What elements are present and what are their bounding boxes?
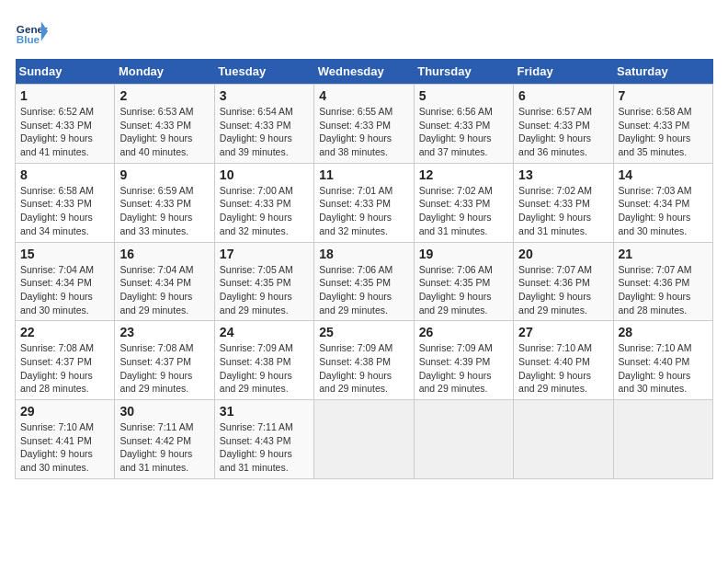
calendar-empty-cell xyxy=(314,400,414,479)
calendar-week-row: 22Sunrise: 7:08 AMSunset: 4:37 PMDayligh… xyxy=(16,321,713,400)
calendar-day-10: 10Sunrise: 7:00 AMSunset: 4:33 PMDayligh… xyxy=(214,163,313,242)
day-number: 16 xyxy=(119,247,209,261)
calendar-table: SundayMondayTuesdayWednesdayThursdayFrid… xyxy=(15,59,713,479)
calendar-week-row: 15Sunrise: 7:04 AMSunset: 4:34 PMDayligh… xyxy=(16,242,713,321)
day-number: 1 xyxy=(20,88,109,103)
day-detail: Sunrise: 7:07 AMSunset: 4:36 PMDaylight:… xyxy=(619,264,692,316)
header: General Blue xyxy=(15,15,713,48)
day-detail: Sunrise: 6:57 AMSunset: 4:33 PMDaylight:… xyxy=(518,106,592,157)
day-detail: Sunrise: 6:58 AMSunset: 4:33 PMDaylight:… xyxy=(619,106,692,157)
day-number: 29 xyxy=(20,404,109,419)
calendar-day-18: 18Sunrise: 7:06 AMSunset: 4:35 PMDayligh… xyxy=(314,242,414,321)
calendar-day-21: 21Sunrise: 7:07 AMSunset: 4:36 PMDayligh… xyxy=(613,242,712,321)
calendar-day-13: 13Sunrise: 7:02 AMSunset: 4:33 PMDayligh… xyxy=(514,163,613,242)
calendar-header: SundayMondayTuesdayWednesdayThursdayFrid… xyxy=(16,59,713,85)
weekday-saturday: Saturday xyxy=(613,59,712,85)
weekday-tuesday: Tuesday xyxy=(214,59,313,85)
calendar-day-27: 27Sunrise: 7:10 AMSunset: 4:40 PMDayligh… xyxy=(514,321,613,400)
day-number: 14 xyxy=(619,167,708,182)
day-number: 26 xyxy=(419,325,508,339)
day-detail: Sunrise: 7:11 AMSunset: 4:43 PMDaylight:… xyxy=(220,421,293,473)
day-detail: Sunrise: 7:04 AMSunset: 4:34 PMDaylight:… xyxy=(20,264,94,316)
day-detail: Sunrise: 7:09 AMSunset: 4:38 PMDaylight:… xyxy=(220,342,293,394)
day-detail: Sunrise: 6:59 AMSunset: 4:33 PMDaylight:… xyxy=(119,185,193,236)
day-number: 24 xyxy=(220,325,309,339)
calendar-day-11: 11Sunrise: 7:01 AMSunset: 4:33 PMDayligh… xyxy=(314,163,414,242)
day-number: 23 xyxy=(119,325,209,339)
day-number: 9 xyxy=(119,167,209,182)
day-detail: Sunrise: 7:00 AMSunset: 4:33 PMDaylight:… xyxy=(220,185,293,236)
day-number: 6 xyxy=(518,88,608,103)
day-number: 13 xyxy=(518,167,608,182)
calendar-day-4: 4Sunrise: 6:55 AMSunset: 4:33 PMDaylight… xyxy=(314,85,414,164)
logo-icon: General Blue xyxy=(15,15,48,48)
day-detail: Sunrise: 7:07 AMSunset: 4:36 PMDaylight:… xyxy=(518,264,592,316)
day-detail: Sunrise: 7:09 AMSunset: 4:38 PMDaylight:… xyxy=(319,342,392,394)
day-number: 18 xyxy=(319,247,408,261)
day-detail: Sunrise: 7:03 AMSunset: 4:34 PMDaylight:… xyxy=(619,185,692,236)
calendar-day-25: 25Sunrise: 7:09 AMSunset: 4:38 PMDayligh… xyxy=(314,321,414,400)
calendar-day-15: 15Sunrise: 7:04 AMSunset: 4:34 PMDayligh… xyxy=(16,242,115,321)
day-detail: Sunrise: 7:02 AMSunset: 4:33 PMDaylight:… xyxy=(419,185,493,236)
calendar-day-2: 2Sunrise: 6:53 AMSunset: 4:33 PMDaylight… xyxy=(115,85,214,164)
calendar-day-31: 31Sunrise: 7:11 AMSunset: 4:43 PMDayligh… xyxy=(214,400,313,479)
calendar-day-28: 28Sunrise: 7:10 AMSunset: 4:40 PMDayligh… xyxy=(613,321,712,400)
day-number: 3 xyxy=(220,88,309,103)
calendar-day-3: 3Sunrise: 6:54 AMSunset: 4:33 PMDaylight… xyxy=(214,85,313,164)
day-detail: Sunrise: 7:01 AMSunset: 4:33 PMDaylight:… xyxy=(319,185,392,236)
day-number: 22 xyxy=(20,325,109,339)
calendar-day-6: 6Sunrise: 6:57 AMSunset: 4:33 PMDaylight… xyxy=(514,85,613,164)
day-detail: Sunrise: 7:10 AMSunset: 4:40 PMDaylight:… xyxy=(518,342,592,394)
day-detail: Sunrise: 7:10 AMSunset: 4:40 PMDaylight:… xyxy=(619,342,692,394)
weekday-monday: Monday xyxy=(115,59,214,85)
day-number: 17 xyxy=(220,247,309,261)
calendar-day-16: 16Sunrise: 7:04 AMSunset: 4:34 PMDayligh… xyxy=(115,242,214,321)
day-detail: Sunrise: 6:52 AMSunset: 4:33 PMDaylight:… xyxy=(20,106,94,157)
day-detail: Sunrise: 6:54 AMSunset: 4:33 PMDaylight:… xyxy=(220,106,293,157)
calendar-day-23: 23Sunrise: 7:08 AMSunset: 4:37 PMDayligh… xyxy=(115,321,214,400)
day-detail: Sunrise: 7:06 AMSunset: 4:35 PMDaylight:… xyxy=(419,264,493,316)
calendar-empty-cell xyxy=(514,400,613,479)
day-number: 5 xyxy=(419,88,508,103)
calendar-day-8: 8Sunrise: 6:58 AMSunset: 4:33 PMDaylight… xyxy=(16,163,115,242)
day-detail: Sunrise: 7:09 AMSunset: 4:39 PMDaylight:… xyxy=(419,342,493,394)
calendar-day-14: 14Sunrise: 7:03 AMSunset: 4:34 PMDayligh… xyxy=(613,163,712,242)
logo: General Blue xyxy=(15,15,51,48)
calendar-day-9: 9Sunrise: 6:59 AMSunset: 4:33 PMDaylight… xyxy=(115,163,214,242)
calendar-day-1: 1Sunrise: 6:52 AMSunset: 4:33 PMDaylight… xyxy=(16,85,115,164)
day-detail: Sunrise: 7:08 AMSunset: 4:37 PMDaylight:… xyxy=(20,342,94,394)
day-detail: Sunrise: 6:58 AMSunset: 4:33 PMDaylight:… xyxy=(20,185,94,236)
day-detail: Sunrise: 7:06 AMSunset: 4:35 PMDaylight:… xyxy=(319,264,392,316)
day-number: 31 xyxy=(220,404,309,419)
day-number: 8 xyxy=(20,167,109,182)
weekday-sunday: Sunday xyxy=(16,59,115,85)
day-number: 12 xyxy=(419,167,508,182)
day-number: 28 xyxy=(619,325,708,339)
day-number: 27 xyxy=(518,325,608,339)
calendar-day-26: 26Sunrise: 7:09 AMSunset: 4:39 PMDayligh… xyxy=(414,321,513,400)
day-detail: Sunrise: 7:04 AMSunset: 4:34 PMDaylight:… xyxy=(119,264,193,316)
weekday-wednesday: Wednesday xyxy=(314,59,414,85)
calendar-empty-cell xyxy=(613,400,712,479)
svg-text:Blue: Blue xyxy=(17,33,40,45)
weekday-row: SundayMondayTuesdayWednesdayThursdayFrid… xyxy=(16,59,713,85)
calendar-day-29: 29Sunrise: 7:10 AMSunset: 4:41 PMDayligh… xyxy=(16,400,115,479)
day-detail: Sunrise: 6:56 AMSunset: 4:33 PMDaylight:… xyxy=(419,106,493,157)
day-number: 21 xyxy=(619,247,708,261)
weekday-thursday: Thursday xyxy=(414,59,513,85)
day-number: 15 xyxy=(20,247,109,261)
day-number: 10 xyxy=(220,167,309,182)
calendar-day-24: 24Sunrise: 7:09 AMSunset: 4:38 PMDayligh… xyxy=(214,321,313,400)
day-number: 25 xyxy=(319,325,408,339)
calendar-week-row: 1Sunrise: 6:52 AMSunset: 4:33 PMDaylight… xyxy=(16,85,713,164)
day-detail: Sunrise: 6:55 AMSunset: 4:33 PMDaylight:… xyxy=(319,106,392,157)
calendar-week-row: 8Sunrise: 6:58 AMSunset: 4:33 PMDaylight… xyxy=(16,163,713,242)
calendar-day-7: 7Sunrise: 6:58 AMSunset: 4:33 PMDaylight… xyxy=(613,85,712,164)
weekday-friday: Friday xyxy=(514,59,613,85)
day-detail: Sunrise: 7:02 AMSunset: 4:33 PMDaylight:… xyxy=(518,185,592,236)
day-number: 30 xyxy=(119,404,209,419)
day-number: 4 xyxy=(319,88,408,103)
day-detail: Sunrise: 7:11 AMSunset: 4:42 PMDaylight:… xyxy=(119,421,193,473)
day-number: 19 xyxy=(419,247,508,261)
day-number: 20 xyxy=(518,247,608,261)
